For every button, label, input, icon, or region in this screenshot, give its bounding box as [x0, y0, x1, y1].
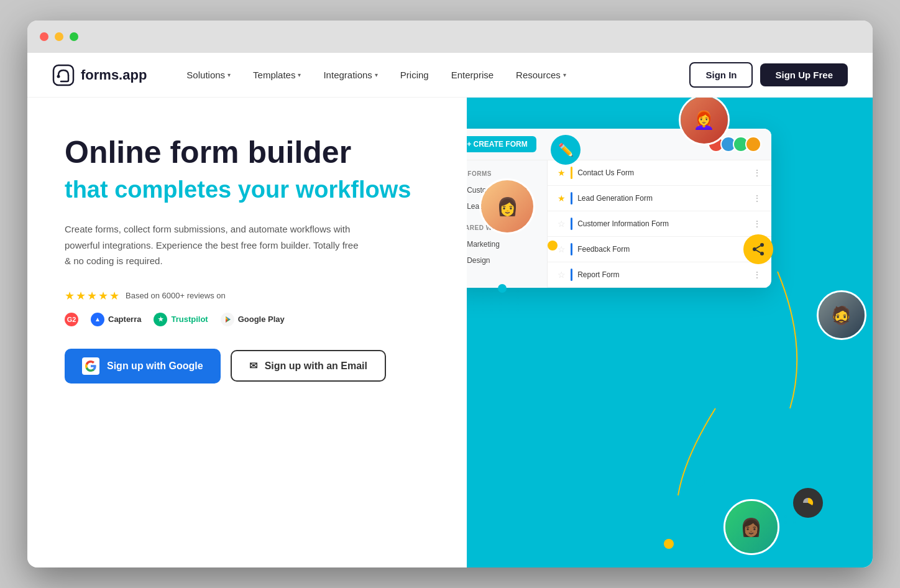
create-form-button[interactable]: + CREATE FORM: [467, 136, 536, 152]
form-item-3[interactable]: ☆ Feedback Form ⋮: [548, 237, 771, 262]
nav-integrations[interactable]: Integrations ▾: [315, 65, 386, 85]
minimize-button[interactable]: [55, 32, 63, 41]
user-avatar-3: 🧔: [817, 290, 866, 340]
svg-point-9: [760, 252, 764, 255]
star-empty-icon: ☆: [558, 244, 566, 254]
nav-resources[interactable]: Resources ▾: [507, 65, 575, 85]
signin-button[interactable]: Sign In: [689, 62, 753, 88]
close-button[interactable]: [40, 32, 48, 41]
form-name: Customer Information Form: [577, 219, 748, 228]
avatar-4: [745, 136, 761, 152]
more-icon[interactable]: ⋮: [753, 168, 761, 178]
form-item-4[interactable]: ☆ Report Form ⋮: [548, 262, 771, 288]
trustpilot-badge: ★ Trustpilot: [154, 313, 208, 326]
hero-section: Online form builder that completes your …: [27, 98, 873, 567]
star-empty-icon: ☆: [558, 270, 566, 280]
email-icon: ✉: [249, 360, 257, 372]
nav-pricing[interactable]: Pricing: [392, 65, 438, 85]
form-name: Report Form: [577, 270, 748, 279]
logo[interactable]: forms.app: [52, 64, 147, 86]
svg-point-1: [57, 75, 60, 78]
chevron-down-icon: ▾: [227, 71, 231, 78]
email-signup-button[interactable]: ✉ Sign up with an Email: [231, 350, 386, 382]
trustpilot-icon: ★: [154, 313, 167, 326]
star-2: ★: [76, 289, 86, 303]
star-icon: ★: [558, 168, 566, 178]
form-bar: [571, 218, 572, 230]
more-icon[interactable]: ⋮: [753, 219, 761, 229]
form-name: Lead Generation Form: [577, 194, 748, 203]
form-item-1[interactable]: ★ Lead Generation Form ⋮: [548, 186, 771, 211]
star-icon: ★: [558, 193, 566, 203]
form-name: Contact Us Form: [577, 168, 748, 177]
email-signup-label: Sign up with an Email: [265, 361, 367, 372]
star-rating: ★ ★ ★ ★ ★: [65, 289, 119, 303]
svg-line-10: [756, 250, 761, 253]
logo-icon: [52, 64, 75, 86]
googleplay-badge: Google Play: [221, 313, 285, 326]
form-bar: [571, 243, 572, 255]
platforms-row: G2 ▲ Capterra ★ Trustpilot: [65, 313, 442, 326]
logo-text: forms.app: [81, 67, 147, 83]
star-4: ★: [98, 289, 108, 303]
hero-right: + CREATE FORM MY FORMS: [467, 98, 873, 567]
cta-row: Sign up with Google ✉ Sign up with an Em…: [65, 349, 442, 384]
more-icon[interactable]: ⋮: [753, 270, 761, 280]
review-text: Based on 6000+ reviews on: [126, 291, 226, 300]
g2-icon: G2: [65, 313, 78, 326]
chevron-down-icon: ▾: [298, 71, 301, 78]
sidebar-marketing[interactable]: Marketing: [467, 236, 547, 252]
browser-content: forms.app Solutions ▾ Templates ▾ Integr…: [27, 53, 873, 567]
nav-links: Solutions ▾ Templates ▾ Integrations ▾ P…: [178, 65, 689, 85]
star-1: ★: [65, 289, 75, 303]
svg-point-7: [760, 243, 764, 247]
google-signup-button[interactable]: Sign up with Google: [65, 349, 221, 384]
chevron-down-icon: ▾: [563, 71, 566, 78]
star-3: ★: [87, 289, 97, 303]
sidebar-design[interactable]: Design: [467, 252, 547, 269]
capterra-icon: ▲: [91, 313, 104, 326]
user-avatar-1: 👩: [479, 178, 535, 234]
dot-grid-left: [473, 290, 521, 311]
yellow-dot-1: [664, 539, 674, 549]
hero-description: Create forms, collect form submissions, …: [65, 221, 363, 269]
google-signup-label: Sign up with Google: [107, 361, 203, 372]
star-empty-icon: ☆: [558, 219, 566, 229]
browser-window: forms.app Solutions ▾ Templates ▾ Integr…: [27, 21, 873, 567]
google-icon: [82, 357, 99, 375]
svg-line-11: [756, 246, 761, 249]
form-name: Feedback Form: [577, 245, 748, 254]
reviews-row: ★ ★ ★ ★ ★ Based on 6000+ reviews on: [65, 289, 442, 303]
pencil-icon-bubble: ✏️: [551, 135, 581, 165]
teal-dot-2: [696, 478, 705, 487]
capterra-badge: ▲ Capterra: [91, 313, 141, 326]
star-5: ★: [109, 289, 119, 303]
browser-chrome: [27, 21, 873, 53]
googleplay-icon: [221, 313, 234, 326]
form-bar: [571, 192, 572, 204]
hero-title: Online form builder: [65, 135, 442, 171]
mockup-main: ★ Contact Us Form ⋮ ★ Lead Generation Fo…: [548, 160, 771, 288]
form-item-2[interactable]: ☆ Customer Information Form ⋮: [548, 211, 771, 237]
more-icon[interactable]: ⋮: [753, 193, 761, 203]
share-icon-bubble: [743, 234, 773, 264]
form-bar: [571, 269, 572, 281]
hero-subtitle: that completes your workflows: [65, 176, 442, 204]
hero-left: Online form builder that completes your …: [27, 98, 467, 567]
nav-solutions[interactable]: Solutions ▾: [178, 65, 239, 85]
nav-actions: Sign In Sign Up Free: [689, 62, 848, 88]
signup-button[interactable]: Sign Up Free: [760, 63, 848, 86]
svg-point-8: [753, 247, 756, 251]
chevron-down-icon: ▾: [375, 71, 378, 78]
nav-enterprise[interactable]: Enterprise: [443, 65, 502, 85]
nav-templates[interactable]: Templates ▾: [244, 65, 310, 85]
form-bar: [571, 167, 572, 179]
g2-badge: G2: [65, 313, 78, 326]
navbar: forms.app Solutions ▾ Templates ▾ Integr…: [27, 53, 873, 98]
chart-icon-bubble: [793, 488, 823, 518]
user-avatar-4: 👩🏾: [723, 499, 779, 555]
maximize-button[interactable]: [70, 32, 78, 41]
form-item-0[interactable]: ★ Contact Us Form ⋮: [548, 160, 771, 186]
